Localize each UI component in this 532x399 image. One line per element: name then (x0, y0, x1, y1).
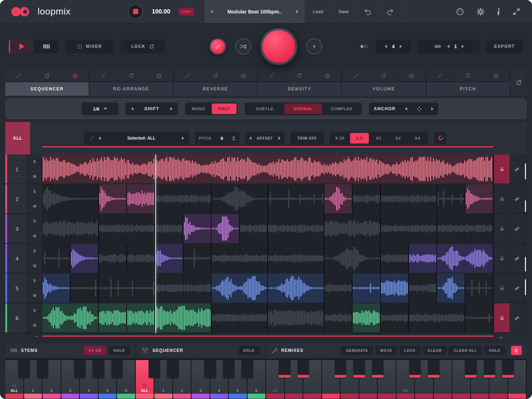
remix-move-button[interactable]: MOVE (375, 346, 397, 355)
piano-black-key[interactable] (372, 360, 384, 378)
track-waveform[interactable] (42, 184, 493, 213)
track-number-2[interactable]: 2 (7, 184, 27, 213)
piano-black-key[interactable] (502, 360, 514, 378)
loop-range-bar[interactable] (42, 146, 493, 147)
track-number-1[interactable]: 1 (7, 154, 27, 184)
power-icon-cell[interactable] (229, 69, 257, 82)
pitch-up-icon[interactable] (232, 136, 235, 138)
waveform-canvas[interactable] (42, 274, 493, 303)
tab-label[interactable]: REVERSE (174, 82, 257, 96)
track-number-4[interactable]: 4 (7, 244, 27, 273)
dice-icon-cell[interactable] (5, 69, 33, 82)
select-all-button[interactable]: ALL (5, 122, 30, 154)
speed-x4[interactable]: X4 (408, 133, 427, 144)
track-lock-button[interactable] (493, 184, 510, 213)
trim-toggle[interactable]: TRIM OFF (290, 131, 324, 145)
anchor-dots-icon[interactable] (417, 106, 422, 112)
speed-x-5[interactable]: X.5 (350, 133, 369, 144)
lock-button[interactable]: LOCK (121, 39, 165, 54)
tabs-refresh-button[interactable] (510, 69, 527, 96)
dice-icon[interactable] (89, 136, 94, 141)
waveform-canvas[interactable] (42, 303, 493, 332)
solo-button[interactable]: S (27, 244, 42, 259)
power-icon-cell[interactable] (482, 69, 510, 82)
selected-prev-icon[interactable] (99, 136, 101, 140)
piano-black-key[interactable] (242, 360, 253, 378)
solo-button[interactable]: S (27, 214, 42, 229)
complexity-normal[interactable]: NORMAL (284, 103, 322, 114)
piano-black-key[interactable] (204, 360, 216, 378)
undo-button[interactable] (356, 0, 379, 23)
piano-black-key[interactable] (37, 360, 49, 378)
offset-right-icon[interactable] (278, 136, 281, 140)
track-waveform[interactable] (42, 154, 493, 184)
settings-icon[interactable] (477, 8, 484, 16)
sequencer-hold-button[interactable]: HOLD (238, 346, 260, 355)
solo-button[interactable]: S (27, 303, 42, 318)
track-waveform[interactable] (42, 303, 493, 332)
refresh-icon-cell[interactable] (370, 69, 398, 82)
track-lock-button[interactable] (493, 244, 510, 273)
solo-button[interactable]: S (27, 154, 42, 169)
loop-increment-icon[interactable] (462, 45, 464, 48)
load-button[interactable]: Load (305, 0, 331, 23)
remix-lock-button[interactable]: LOCK (399, 346, 421, 355)
track-clear-button[interactable] (510, 274, 524, 303)
sync-badge[interactable]: SYNC (179, 8, 194, 16)
zoom-in-button[interactable]: + (499, 334, 503, 340)
stop-button[interactable] (128, 4, 143, 19)
dissolve-icon[interactable] (360, 42, 369, 51)
instant-button[interactable] (306, 38, 323, 55)
anchor-left-icon[interactable] (405, 107, 407, 111)
stems-hold-button[interactable]: HOLD (109, 346, 130, 355)
waveform-canvas[interactable] (42, 184, 493, 213)
power-icon-cell[interactable] (314, 69, 342, 82)
offset-left-icon[interactable] (249, 136, 251, 140)
track-lock-button[interactable] (493, 214, 510, 243)
track-lock-button[interactable] (493, 303, 510, 332)
piano-black-key[interactable] (74, 360, 86, 378)
refresh-icon-cell[interactable] (201, 69, 229, 82)
remix-generate-button[interactable]: GENERATE (341, 346, 373, 355)
speed-x1[interactable]: X1 (370, 133, 388, 144)
redo-button[interactable] (379, 0, 401, 23)
complexity-complex[interactable]: COMPLEX (323, 103, 361, 114)
tab-label[interactable]: SEQUENCER (5, 82, 89, 96)
track-number-5[interactable]: 5 (7, 274, 27, 303)
zoom-out-button[interactable]: − (35, 333, 38, 340)
track-waveform[interactable] (42, 274, 493, 303)
main-remix-button[interactable] (260, 28, 297, 65)
mute-button[interactable]: M (27, 169, 42, 184)
track-lock-button[interactable] (493, 274, 510, 303)
piano-black-key[interactable] (428, 360, 439, 378)
pitch-stepper[interactable] (232, 136, 235, 141)
track-waveform[interactable] (42, 244, 493, 273)
refresh-icon-cell[interactable] (33, 69, 61, 82)
mute-button[interactable]: M (27, 288, 42, 303)
fx-on-button[interactable]: FX ON (84, 346, 106, 355)
tab-label[interactable]: PITCH (426, 82, 510, 96)
infinity-icon[interactable] (433, 42, 442, 51)
tab-reverse[interactable]: REVERSE (173, 69, 257, 96)
complexity-subtle[interactable]: SUBTLE (246, 103, 284, 114)
voice-mode-mono[interactable]: MONO (186, 103, 211, 114)
voice-mode-poly[interactable]: POLY (212, 103, 237, 114)
tab-label[interactable]: DENSITY (258, 82, 341, 96)
quantize-button[interactable]: Q (511, 346, 522, 355)
piano-black-key[interactable] (111, 360, 123, 378)
solo-button[interactable]: S (27, 184, 42, 199)
dice-icon-cell[interactable] (342, 69, 370, 82)
remix-clear-button[interactable]: CLEAR (423, 346, 447, 355)
track-clear-button[interactable] (510, 184, 524, 213)
tab-label[interactable]: RE-ARRANGE (89, 82, 173, 96)
refresh-icon-cell[interactable] (454, 69, 482, 82)
power-icon-cell[interactable] (398, 69, 426, 82)
power-icon-cell[interactable] (61, 69, 89, 82)
piano-black-key[interactable] (93, 360, 104, 378)
shuffle-button[interactable] (235, 38, 252, 55)
waveform-canvas[interactable] (42, 214, 493, 243)
track-lock-button[interactable] (493, 154, 510, 184)
dice-icon-cell[interactable] (258, 69, 286, 82)
preset-prev-icon[interactable] (211, 10, 213, 13)
mixer-button[interactable]: MIXER (66, 39, 113, 54)
